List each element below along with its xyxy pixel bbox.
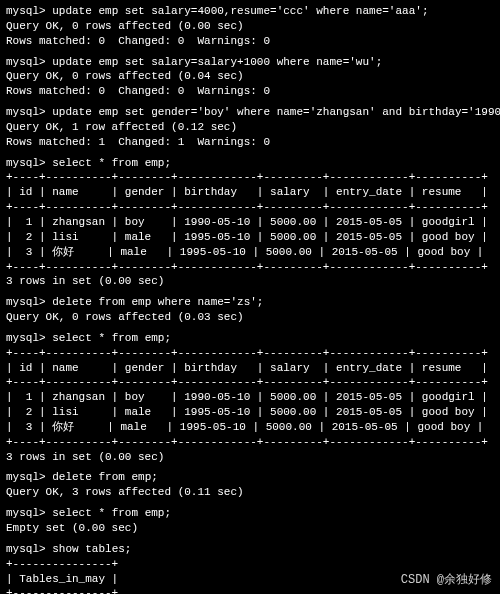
mysql-prompt[interactable]: mysql> [6,471,52,483]
sql-statement: delete from emp where name='zs'; [52,296,263,308]
sql-statement: select * from emp; [52,157,171,169]
mysql-prompt[interactable]: mysql> [6,332,52,344]
terminal-line: mysql> select * from emp; [6,331,494,346]
mysql-prompt[interactable]: mysql> [6,157,52,169]
terminal-line: mysql> show tables; [6,542,494,557]
table-border: +----+----------+--------+------------+-… [6,375,494,390]
rows-in-set: 3 rows in set (0.00 sec) [6,274,494,289]
mysql-prompt[interactable]: mysql> [6,543,52,555]
query-ok: Query OK, 0 rows affected (0.03 sec) [6,310,494,325]
table-border: +----+----------+--------+------------+-… [6,260,494,275]
mysql-prompt[interactable]: mysql> [6,5,52,17]
query-ok: Query OK, 1 row affected (0.12 sec) [6,120,494,135]
sql-statement: select * from emp; [52,507,171,519]
table-header: | id | name | gender | birthday | salary… [6,361,494,376]
rows-matched: Rows matched: 1 Changed: 1 Warnings: 0 [6,135,494,150]
table-header: | id | name | gender | birthday | salary… [6,185,494,200]
sql-statement: update emp set gender='boy' where name='… [52,106,500,118]
query-ok: Query OK, 0 rows affected (0.00 sec) [6,19,494,34]
table-row: | 3 | 你好 | male | 1995-05-10 | 5000.00 |… [6,420,494,435]
mysql-prompt[interactable]: mysql> [6,507,52,519]
table-row: | 3 | 你好 | male | 1995-05-10 | 5000.00 |… [6,245,494,260]
table-row: | 2 | lisi | male | 1995-05-10 | 5000.00… [6,405,494,420]
table-row: | 1 | zhangsan | boy | 1990-05-10 | 5000… [6,215,494,230]
sql-statement: select * from emp; [52,332,171,344]
sql-statement: update emp set salary=salary+1000 where … [52,56,382,68]
table-border: +----+----------+--------+------------+-… [6,200,494,215]
watermark: CSDN @余独好修 [401,572,492,588]
table-row: | 1 | zhangsan | boy | 1990-05-10 | 5000… [6,390,494,405]
query-ok: Query OK, 0 rows affected (0.04 sec) [6,69,494,84]
table-border: +----+----------+--------+------------+-… [6,346,494,361]
terminal-line: mysql> delete from emp; [6,470,494,485]
table-border: +---------------+ [6,557,494,572]
table-row: | 2 | lisi | male | 1995-05-10 | 5000.00… [6,230,494,245]
rows-in-set: 3 rows in set (0.00 sec) [6,450,494,465]
empty-set: Empty set (0.00 sec) [6,521,494,536]
mysql-prompt[interactable]: mysql> [6,106,52,118]
sql-statement: update emp set salary=4000,resume='ccc' … [52,5,428,17]
mysql-prompt[interactable]: mysql> [6,56,52,68]
terminal-line: mysql> select * from emp; [6,156,494,171]
rows-matched: Rows matched: 0 Changed: 0 Warnings: 0 [6,34,494,49]
terminal-line: mysql> update emp set gender='boy' where… [6,105,494,120]
rows-matched: Rows matched: 0 Changed: 0 Warnings: 0 [6,84,494,99]
terminal-line: mysql> delete from emp where name='zs'; [6,295,494,310]
sql-statement: show tables; [52,543,131,555]
table-border: +----+----------+--------+------------+-… [6,435,494,450]
terminal-line: mysql> update emp set salary=salary+1000… [6,55,494,70]
query-ok: Query OK, 3 rows affected (0.11 sec) [6,485,494,500]
table-border: +----+----------+--------+------------+-… [6,170,494,185]
terminal-line: mysql> select * from emp; [6,506,494,521]
terminal-line: mysql> update emp set salary=4000,resume… [6,4,494,19]
mysql-prompt[interactable]: mysql> [6,296,52,308]
sql-statement: delete from emp; [52,471,158,483]
